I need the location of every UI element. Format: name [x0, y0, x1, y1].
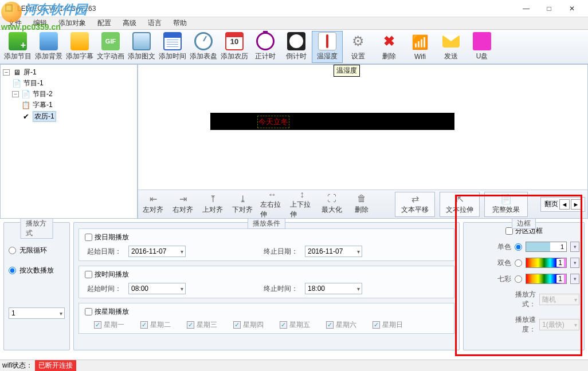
minimize-button[interactable]: —	[515, 1, 538, 17]
border-speed-combo[interactable]: 1(最快)	[539, 319, 579, 330]
toolbar-settings[interactable]: ⚙设置	[343, 31, 374, 63]
add-program-icon	[9, 32, 27, 50]
radio-infinite[interactable]: 无限循环	[9, 246, 65, 255]
toolbar-usb[interactable]: U盘	[467, 31, 497, 63]
toolbar-add-background[interactable]: 添加背景	[33, 31, 64, 63]
week-fri[interactable]: ✓星期五	[280, 320, 310, 330]
toolbar-temp-humidity[interactable]: 温湿度	[312, 31, 343, 63]
week-sat[interactable]: ✓星期六	[326, 320, 356, 330]
status-bar: wifi状态： 已断开连接	[0, 360, 588, 371]
timer-down-icon	[287, 32, 305, 50]
maximize-icon: ⛶	[327, 194, 336, 205]
double-color-radio[interactable]	[515, 259, 522, 267]
byweek-box: 按星期播放 ✓星期一 ✓星期二 ✓星期三 ✓星期四 ✓星期五 ✓星期六 ✓星期日	[79, 303, 454, 334]
page-prev-button[interactable]: ◄	[559, 199, 570, 210]
menu-language[interactable]: 语言	[142, 17, 167, 29]
page-next-button[interactable]: ►	[571, 199, 581, 210]
text-pan-button[interactable]: ⇄文本平移	[395, 192, 435, 217]
end-time-input[interactable]: 18:00	[305, 283, 362, 294]
align-top-button[interactable]: ⤒上对齐	[200, 192, 225, 217]
start-time-label: 起始时间：	[85, 284, 121, 294]
menu-file[interactable]: 文件	[2, 17, 28, 29]
toolbar-add-time[interactable]: 添加时间	[157, 31, 188, 63]
end-date-label: 终止日期：	[261, 247, 298, 256]
stretch-h-button[interactable]: ↔左右拉伸	[260, 192, 285, 217]
align-left-button[interactable]: ⇤左对齐	[140, 192, 166, 217]
text-stretch-icon: ⇱	[456, 194, 464, 205]
playcond-panel: 播放条件 按日期播放 起始日期： 2016-11-07 终止日期： 2016-1…	[73, 222, 460, 350]
align-top-icon: ⤒	[209, 194, 217, 205]
canvas-toolbar: ⇤左对齐 ⇥右对齐 ⤒上对齐 ⤓下对齐 ↔左右拉伸 ↕上下拉伸 ⛶最大化 🗑删除…	[138, 190, 587, 218]
week-mon[interactable]: ✓星期一	[94, 320, 124, 330]
trash-icon: 🗑	[357, 194, 366, 205]
border-legend: 边框	[512, 218, 536, 229]
menu-config[interactable]: 配置	[92, 17, 117, 29]
align-bottom-button[interactable]: ⤓下对齐	[230, 192, 255, 217]
tree-program-2[interactable]: −📄节目-2	[12, 89, 135, 100]
program-icon: 📄	[12, 79, 21, 88]
toolbar-timer-down[interactable]: 倒计时	[281, 31, 312, 63]
tree-program-1[interactable]: 📄节目-1	[12, 78, 135, 89]
toolbar-add-clock[interactable]: 添加表盘	[188, 31, 219, 63]
full-effect-icon: 📄	[500, 194, 512, 205]
menu-addobj[interactable]: 添加对象	[53, 17, 92, 29]
toolbar-timer-up[interactable]: 正计时	[250, 31, 281, 63]
border-panel: 边框 分区边框 单色1▾ 双色1▾ 七彩1▾ 播放方式：随机 播放速度：1(最快…	[463, 222, 585, 350]
toolbar-text-anim[interactable]: GIF文字动画	[95, 31, 126, 63]
count-combo[interactable]: 1	[9, 307, 65, 319]
double-swatch[interactable]: 1	[526, 258, 567, 268]
week-sun[interactable]: ✓星期日	[373, 320, 403, 330]
led-display[interactable]: 今天立冬	[210, 113, 454, 130]
rainbow-radio[interactable]	[515, 275, 522, 283]
toolbar-send[interactable]: 发送	[436, 31, 467, 63]
collapse-icon[interactable]: −	[12, 91, 19, 97]
start-time-input[interactable]: 08:00	[128, 283, 186, 294]
led-text: 今天立冬	[258, 117, 288, 127]
week-wed[interactable]: ✓星期三	[187, 320, 217, 330]
tree-subtitle-1[interactable]: 📋字幕-1	[21, 100, 135, 110]
single-color-radio[interactable]	[515, 243, 522, 251]
program-icon: 📄	[21, 90, 30, 99]
project-tree[interactable]: −🖥屏-1 📄节目-1 −📄节目-2 📋字幕-1 ✔农历-1	[0, 64, 138, 219]
maximize-button[interactable]: ⛶最大化	[319, 192, 344, 217]
single-dd[interactable]: ▾	[570, 242, 579, 252]
tree-lunar-1[interactable]: ✔农历-1	[21, 110, 135, 123]
align-right-button[interactable]: ⇥右对齐	[170, 192, 195, 217]
screen-icon: 🖥	[12, 68, 21, 77]
toolbar-add-image[interactable]: 添加图文	[126, 31, 157, 63]
close-button[interactable]: ✕	[560, 1, 583, 17]
double-dd[interactable]: ▾	[570, 258, 579, 268]
bydate-box: 按日期播放 起始日期： 2016-11-07 终止日期： 2016-11-07	[79, 228, 454, 261]
stretch-v-button[interactable]: ↕上下拉伸	[289, 192, 315, 217]
week-tue[interactable]: ✓星期二	[140, 320, 171, 330]
align-left-icon: ⇤	[150, 194, 157, 205]
menu-help[interactable]: 帮助	[167, 17, 193, 29]
end-date-input[interactable]: 2016-11-07	[305, 246, 362, 257]
text-pan-icon: ⇄	[411, 194, 419, 205]
toolbar-wifi[interactable]: 📶Wifi	[405, 31, 436, 63]
status-value: 已断开连接	[35, 360, 76, 371]
start-date-input[interactable]: 2016-11-07	[128, 246, 186, 257]
tree-screen[interactable]: −🖥屏-1	[3, 67, 135, 78]
toolbar-delete[interactable]: ✖删除	[374, 31, 405, 63]
toolbar-add-lunar[interactable]: 添加农历	[219, 31, 250, 63]
border-playmode-combo[interactable]: 随机	[539, 294, 579, 305]
toolbar-add-program[interactable]: 添加节目	[2, 31, 33, 63]
radio-bycount[interactable]: 按次数播放	[9, 266, 65, 275]
maximize-button[interactable]: □	[538, 1, 560, 17]
menu-advanced[interactable]: 高级	[117, 17, 142, 29]
full-effect-button[interactable]: 📄完整效果	[484, 192, 528, 217]
text-stretch-button[interactable]: ⇱文本拉伸	[440, 192, 480, 217]
rainbow-swatch[interactable]: 1	[526, 274, 567, 284]
byweek-check[interactable]: 按星期播放	[85, 307, 448, 317]
toolbar-add-subtitle[interactable]: 添加字幕	[64, 31, 95, 63]
rainbow-dd[interactable]: ▾	[570, 274, 579, 284]
bytime-check[interactable]: 按时间播放	[85, 270, 448, 279]
week-thu[interactable]: ✓星期四	[233, 320, 264, 330]
single-swatch[interactable]: 1	[526, 242, 567, 252]
menu-edit[interactable]: 编辑	[28, 17, 53, 29]
collapse-icon[interactable]: −	[3, 69, 10, 76]
bydate-check[interactable]: 按日期播放	[85, 232, 448, 242]
canvas-delete-button[interactable]: 🗑删除	[349, 192, 374, 217]
preview-canvas[interactable]: 今天立冬	[138, 65, 587, 190]
